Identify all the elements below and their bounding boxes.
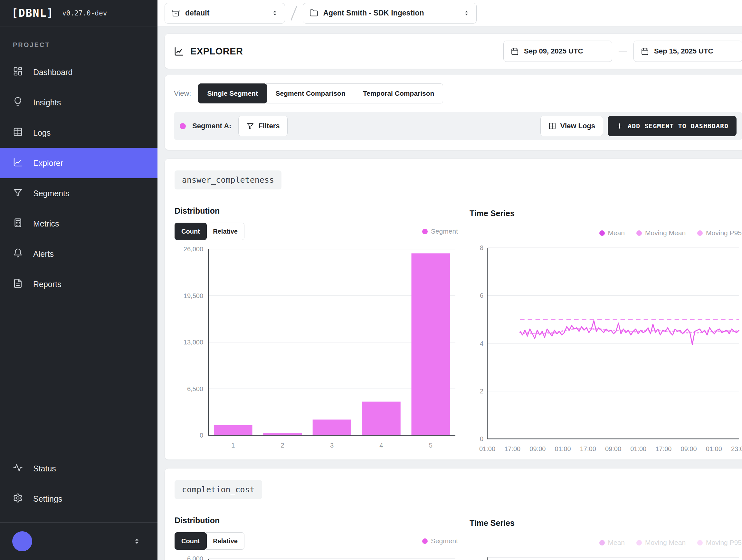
metric-card-answer-completeness: answer_completeness Distribution Count R…: [165, 158, 742, 460]
filters-button-label: Filters: [258, 122, 279, 130]
sidebar-item-dashboard[interactable]: Dashboard: [0, 57, 157, 87]
legend-moving-mean[interactable]: Moving Mean: [636, 229, 686, 237]
distribution-heading: Distribution: [174, 206, 458, 215]
sidebar-item-reports[interactable]: Reports: [0, 269, 157, 299]
legend-moving-p95[interactable]: Moving P95: [697, 229, 742, 237]
project-select-value: default: [185, 9, 265, 17]
svg-text:0: 0: [480, 435, 483, 442]
svg-text:19,500: 19,500: [183, 292, 203, 299]
avatar[interactable]: [12, 531, 32, 551]
date-end-value: Sep 15, 2025 UTC: [654, 47, 713, 55]
distribution-column: Distribution Count Relative Segment 0: [174, 516, 458, 560]
mean-legend-label: Mean: [608, 539, 625, 547]
legend-mean[interactable]: Mean: [599, 539, 625, 547]
segment-a-dot: [180, 123, 186, 129]
sidebar-item-segments[interactable]: Segments: [0, 178, 157, 208]
sidebar-item-logs[interactable]: Logs: [0, 118, 157, 148]
tab-temporal-comparison[interactable]: Temporal Comparison: [354, 84, 443, 103]
count-relative-toggle: Count Relative: [174, 223, 245, 240]
metric-columns: Distribution Count Relative Segment 0: [174, 516, 742, 560]
topbar: default Agent Smith - SDK Ingestion: [157, 0, 742, 27]
date-start-input[interactable]: Sep 09, 2025 UTC: [504, 41, 612, 62]
sidebar-item-alerts[interactable]: Alerts: [0, 239, 157, 269]
table-icon: [13, 127, 23, 139]
sidebar-item-settings[interactable]: Settings: [0, 483, 157, 514]
legend-moving-p95[interactable]: Moving P95: [697, 539, 742, 547]
moving-mean-legend-dot: [636, 231, 642, 236]
metric-name-pill: answer_completeness: [174, 170, 281, 190]
activity-icon: [13, 463, 23, 475]
project-select[interactable]: default: [165, 3, 285, 23]
header-title: EXPLORER: [174, 46, 243, 57]
svg-text:3: 3: [330, 442, 334, 449]
add-segment-button-label: ADD SEGMENT TO DASHBOARD: [628, 122, 729, 130]
segment-legend[interactable]: Segment: [422, 537, 458, 545]
gear-icon: [13, 493, 23, 505]
sidebar-item-explorer[interactable]: Explorer: [0, 148, 157, 178]
sidebar-nav: Dashboard Insights Logs Explorer Segment…: [0, 57, 157, 299]
archive-icon: [171, 9, 180, 17]
funnel-icon: [246, 122, 254, 130]
sidebar-item-label: Logs: [33, 128, 51, 138]
breadcrumb-slash: [290, 6, 297, 20]
count-relative-toggle: Count Relative: [174, 532, 245, 550]
distribution-chart: 01,5003,0004,5006,000: [174, 554, 458, 560]
segment-legend-dot: [422, 229, 428, 234]
plus-icon: [616, 122, 624, 130]
time-series-column: Time Series Mean Moving Mean Moving P95 …: [466, 206, 742, 455]
filters-button[interactable]: Filters: [238, 116, 287, 136]
run-select[interactable]: Agent Smith - SDK Ingestion: [303, 3, 477, 23]
toggle-count[interactable]: Count: [174, 223, 207, 240]
sidebar-section-label: PROJECT: [13, 41, 157, 49]
add-segment-to-dashboard-button[interactable]: ADD SEGMENT TO DASHBOARD: [608, 116, 737, 136]
segment-bar: Segment A: Filters View Logs ADD SEGMENT…: [174, 112, 742, 140]
calculator-icon: [13, 218, 23, 230]
tab-segment-comparison[interactable]: Segment Comparison: [266, 84, 354, 103]
svg-text:0: 0: [200, 432, 203, 439]
sidebar-item-insights[interactable]: Insights: [0, 87, 157, 118]
lightbulb-icon: [13, 97, 23, 109]
date-end-input[interactable]: Sep 15, 2025 UTC: [633, 41, 742, 62]
moving-p95-legend-label: Moving P95: [706, 539, 742, 547]
distribution-chart: 06,50013,00019,50026,00012345: [174, 245, 458, 451]
sorter-icon: [133, 538, 141, 545]
view-logs-button-label: View Logs: [561, 122, 595, 130]
sidebar-item-status[interactable]: Status: [0, 453, 157, 483]
metric-card-completion-cost: completion_cost Distribution Count Relat…: [165, 468, 742, 560]
time-series-legend: Mean Moving Mean Moving P95: [470, 539, 742, 547]
view-row: View: Single Segment Segment Comparison …: [174, 84, 742, 103]
toggle-count[interactable]: Count: [174, 532, 207, 550]
sidebar-item-label: Settings: [33, 494, 62, 504]
time-series-column: Time Series Mean Moving Mean Moving P95: [466, 516, 742, 560]
view-logs-button[interactable]: View Logs: [540, 116, 603, 136]
sidebar-item-metrics[interactable]: Metrics: [0, 208, 157, 239]
svg-text:13,000: 13,000: [183, 339, 203, 346]
tab-single-segment[interactable]: Single Segment: [198, 84, 267, 103]
view-tab-group: Single Segment Segment Comparison Tempor…: [198, 84, 443, 103]
sidebar-item-label: Dashboard: [33, 68, 72, 77]
moving-p95-legend-label: Moving P95: [706, 229, 742, 237]
time-series-chart: 0246801:0017:0009:0001:0017:0009:0001:00…: [470, 244, 742, 455]
mean-legend-dot: [599, 540, 605, 546]
svg-text:17:00: 17:00: [504, 445, 520, 452]
segment-legend-label: Segment: [431, 227, 458, 235]
svg-text:01:00: 01:00: [706, 445, 722, 452]
calendar-icon: [511, 47, 519, 55]
distribution-column: Distribution Count Relative Segment 0: [174, 206, 458, 455]
chart-line-icon: [174, 46, 184, 56]
segment-a-label: Segment A:: [192, 122, 231, 130]
svg-text:4: 4: [480, 340, 483, 347]
segment-legend[interactable]: Segment: [422, 227, 458, 235]
sorter-icon: [271, 10, 278, 16]
legend-mean[interactable]: Mean: [599, 229, 625, 237]
legend-moving-mean[interactable]: Moving Mean: [636, 539, 686, 547]
toggle-relative[interactable]: Relative: [206, 532, 245, 550]
segment-legend-label: Segment: [431, 537, 458, 545]
svg-text:8: 8: [480, 244, 483, 251]
svg-text:6,000: 6,000: [187, 555, 203, 560]
user-row[interactable]: [0, 523, 157, 560]
toggle-relative[interactable]: Relative: [206, 223, 245, 240]
svg-text:6: 6: [480, 292, 483, 299]
calendar-icon: [641, 47, 649, 55]
mean-legend-dot: [599, 231, 605, 236]
